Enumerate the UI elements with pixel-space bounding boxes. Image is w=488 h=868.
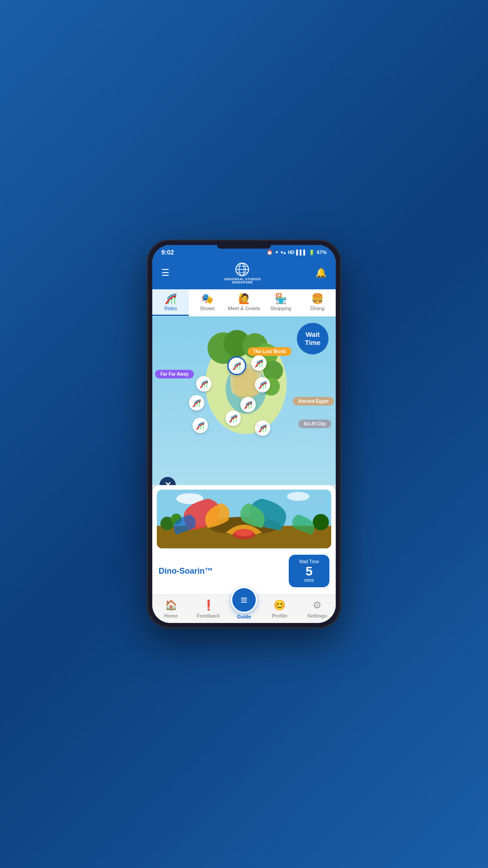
- ride-detail-card: ♡ Dino-Soarin™ Wait Time 5 mins: [152, 485, 336, 594]
- ride-image-wrapper: ♡: [152, 490, 336, 548]
- rides-icon: 🎢: [164, 293, 177, 305]
- guide-circle: ≡: [231, 587, 257, 613]
- svg-point-16: [287, 492, 310, 501]
- zone-sci-fi: Sci-Fi City: [298, 420, 331, 428]
- meetgreets-icon: 🙋: [238, 293, 250, 305]
- battery-icon: 🔋: [309, 250, 315, 255]
- rides-label: Rides: [164, 306, 177, 311]
- category-tabs: 🎢 Rides 🎭 Shows 🙋 Meet & Greets 🏪 Shoppi…: [152, 289, 336, 316]
- menu-button[interactable]: ☰: [161, 267, 169, 278]
- feedback-icon: ❗: [202, 599, 215, 611]
- phone-notch: [217, 245, 271, 249]
- wifi-icon: ▾▴: [281, 250, 286, 255]
- ride-icon-2[interactable]: 🎢: [251, 355, 267, 371]
- bottom-nav: 🏠 Home ❗ Feedback ≡ Guide 😊 Profile ⚙ Se…: [152, 594, 336, 623]
- tab-dining[interactable]: 🍔 Dining: [299, 289, 336, 316]
- nav-profile[interactable]: 😊 Profile: [261, 597, 298, 619]
- app-header: ☰ UNIVERSAL STUDIOS SINGAPORE 🔔: [152, 258, 336, 289]
- feedback-label: Feedback: [197, 613, 220, 618]
- nav-guide[interactable]: ≡ Guide: [227, 587, 261, 619]
- ride-info-row: Dino-Soarin™ Wait Time 5 mins: [152, 552, 336, 591]
- shopping-label: Shopping: [270, 306, 291, 311]
- wait-time-box-label: Wait Time: [297, 559, 321, 564]
- zone-lost-world: The Lost World: [248, 347, 291, 356]
- tab-meetgreets[interactable]: 🙋 Meet & Greets: [225, 289, 262, 316]
- alarm-icon: ⏰: [267, 250, 273, 255]
- park-map: [196, 321, 296, 439]
- hd-badge: HD: [288, 250, 294, 255]
- nav-feedback[interactable]: ❗ Feedback: [190, 597, 227, 619]
- logo-container: UNIVERSAL STUDIOS SINGAPORE: [224, 261, 261, 284]
- wait-time-box-value: 5: [297, 565, 321, 578]
- ride-image: ♡: [157, 490, 331, 548]
- ride-name: Dino-Soarin™: [159, 566, 213, 576]
- phone-shell: 9:02 ⏰ ✦ ▾▴ HD ▌▌▌ 🔋 67% ☰: [147, 240, 341, 628]
- ride-icon-6[interactable]: 🎢: [240, 397, 256, 412]
- dining-icon: 🍔: [311, 293, 324, 305]
- notification-button[interactable]: 🔔: [315, 267, 327, 278]
- guide-icon: ≡: [240, 593, 247, 607]
- wait-time-box-unit: mins: [297, 578, 321, 583]
- ride-icon-5[interactable]: 🎢: [189, 395, 204, 410]
- settings-label: Settings: [307, 613, 327, 618]
- ride-wait-time-box: Wait Time 5 mins: [289, 555, 329, 587]
- meetgreets-label: Meet & Greets: [228, 306, 260, 311]
- home-label: Home: [164, 613, 178, 618]
- svg-point-23: [235, 529, 253, 536]
- tab-rides[interactable]: 🎢 Rides: [152, 289, 189, 316]
- signal-icon: ▌▌▌: [296, 250, 307, 255]
- dining-label: Dining: [310, 306, 324, 311]
- status-icons: ⏰ ✦ ▾▴ HD ▌▌▌ 🔋 67%: [267, 250, 327, 255]
- shopping-icon: 🏪: [275, 293, 287, 305]
- shows-label: Shows: [200, 306, 215, 311]
- svg-point-20: [313, 514, 329, 530]
- home-icon: 🏠: [165, 599, 177, 611]
- shows-icon: 🎭: [201, 293, 213, 305]
- ai-icon: ✦: [275, 250, 279, 255]
- wait-time-badge: Wait Time: [297, 323, 328, 354]
- status-time: 9:02: [161, 249, 174, 256]
- settings-icon: ⚙: [313, 599, 322, 611]
- nav-settings[interactable]: ⚙ Settings: [298, 597, 336, 619]
- favorite-button[interactable]: ♡: [317, 493, 325, 504]
- zone-far-far-away: Far Far Away: [155, 370, 194, 378]
- profile-label: Profile: [272, 613, 287, 618]
- map-container[interactable]: The Lost World Far Far Away Ancient Egyp…: [152, 316, 336, 485]
- zone-ancient-egypt: Ancient Egypt: [293, 397, 334, 406]
- tab-shows[interactable]: 🎭 Shows: [189, 289, 225, 316]
- guide-label: Guide: [237, 614, 251, 619]
- phone-screen: 9:02 ⏰ ✦ ▾▴ HD ▌▌▌ 🔋 67% ☰: [152, 245, 336, 623]
- profile-icon: 😊: [273, 599, 286, 611]
- dino-scene: [157, 490, 331, 548]
- logo-text: UNIVERSAL STUDIOS SINGAPORE: [224, 278, 261, 284]
- battery-percent: 67%: [317, 250, 327, 255]
- nav-home[interactable]: 🏠 Home: [152, 597, 190, 619]
- tab-shopping[interactable]: 🏪 Shopping: [263, 289, 299, 316]
- logo-globe-icon: [234, 261, 250, 278]
